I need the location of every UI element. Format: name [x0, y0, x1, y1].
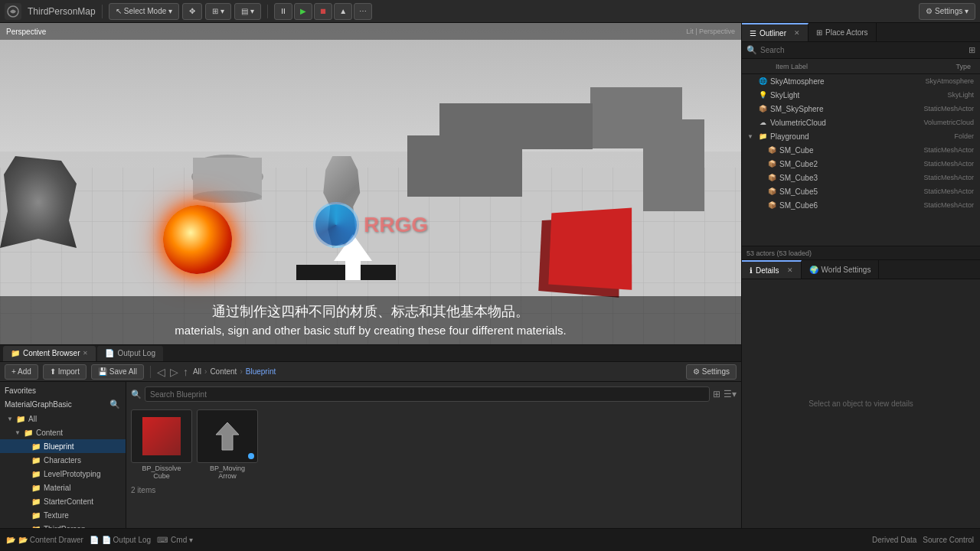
details-close[interactable]: ✕	[787, 266, 793, 274]
nav-up[interactable]: ↑	[183, 366, 188, 378]
cb-main: Favorites MaterialGraphBasic 🔍 ▼ 📁 All ▼…	[0, 382, 741, 528]
cb-settings-button[interactable]: ⚙ Settings	[686, 364, 737, 380]
folder-icon: 📁	[15, 413, 26, 424]
transform-button[interactable]: ✥	[182, 3, 202, 20]
item-icon: 📦	[766, 172, 777, 183]
content-drawer-btn[interactable]: 📂 📂 Content Drawer	[6, 536, 83, 544]
tree-label: Blueprint	[44, 442, 74, 451]
item-arrow: ▼	[747, 133, 755, 140]
cmd-btn[interactable]: ⌨ Cmd ▾	[157, 536, 193, 544]
details-panel: ℹ Details ✕ 🌍 World Settings Select an o…	[742, 260, 980, 528]
tree-label: StarterContent	[44, 497, 93, 506]
item-label: SkyLight	[770, 91, 945, 99]
pause-button[interactable]: ⏸	[274, 3, 292, 20]
outliner-item[interactable]: 📦 SM_Cube6 StaticMeshActor	[742, 198, 980, 212]
item-type: StaticMeshActor	[923, 146, 977, 154]
outliner-item[interactable]: ☁ VolumetricCloud VolumetricCloud	[742, 116, 980, 129]
play-button[interactable]: ▶	[294, 3, 312, 20]
nav-fwd[interactable]: ▷	[170, 366, 178, 378]
eject-button[interactable]: ▲	[334, 3, 352, 20]
viewport-perspective-label: Perspective	[6, 28, 46, 36]
outliner-item[interactable]: 📦 SM_Cube StaticMeshActor	[742, 143, 980, 157]
toolbar-sep	[150, 366, 151, 378]
details-tab[interactable]: ℹ Details ✕	[742, 260, 802, 279]
stop-button[interactable]: ⏹	[314, 3, 332, 20]
add-button[interactable]: + Add	[5, 364, 38, 380]
outliner-item[interactable]: 🌐 SkyAtmosphere SkyAtmosphere	[742, 74, 980, 88]
viewport-3d[interactable]: RRGG 通过制作这四种不同的材质、标志和其他基本物品。 materials, …	[0, 23, 741, 344]
tree-item[interactable]: 📁 ThirdPerson	[0, 522, 126, 528]
outliner-column-header: Item Label Type	[742, 59, 980, 74]
separator	[102, 5, 103, 18]
tree-item[interactable]: 📁 StarterContent	[0, 494, 126, 508]
snap-button[interactable]: ⊞ ▾	[205, 3, 231, 20]
tree-item[interactable]: 📁 Characters	[0, 453, 126, 467]
output-log-btn[interactable]: 📄 📄 Output Log	[90, 536, 151, 544]
source-control-btn[interactable]: Source Control	[923, 536, 974, 544]
cursor-icon: ↖	[116, 7, 122, 15]
sort-icon[interactable]: ☰▾	[724, 389, 737, 399]
tree-item[interactable]: 📁 Material	[0, 481, 126, 494]
content-item-dissolve-cube[interactable]: BP_DissolveCube	[131, 409, 192, 480]
outliner-filter-icon[interactable]: ⊞	[969, 45, 975, 55]
outliner-search-input[interactable]	[760, 46, 969, 54]
fire-ball	[163, 205, 232, 274]
outliner-tab[interactable]: ☰ Outliner ✕	[742, 23, 808, 41]
content-item-moving-arrow[interactable]: BP_MovingArrow	[197, 409, 258, 480]
save-all-button[interactable]: 💾 Save All	[91, 364, 144, 380]
viewport: RRGG 通过制作这四种不同的材质、标志和其他基本物品。 materials, …	[0, 23, 741, 528]
tree-item[interactable]: ▼ 📁 Content	[0, 425, 126, 439]
mode-button[interactable]: ▤ ▾	[234, 3, 261, 20]
tree-item[interactable]: 📁 Texture	[0, 508, 126, 522]
output-log-tab[interactable]: 📄 Output Log	[97, 346, 162, 361]
viewport-info: Lit | Perspective	[686, 28, 735, 35]
chevron-down-icon: ▾	[168, 7, 172, 15]
outliner-item[interactable]: ▼ 📁 Playground Folder	[742, 129, 980, 143]
outliner-item[interactable]: 📦 SM_Cube3 StaticMeshActor	[742, 171, 980, 184]
search-icon: 🔍	[746, 45, 757, 55]
nav-back[interactable]: ◁	[157, 366, 165, 378]
bc-all[interactable]: All	[193, 367, 201, 376]
settings-button[interactable]: ⚙ Settings ▾	[919, 3, 975, 20]
watermark: RRGG	[313, 202, 428, 248]
details-tabs: ℹ Details ✕ 🌍 World Settings	[742, 260, 980, 279]
tree-search-icon[interactable]: 🔍	[109, 398, 121, 410]
world-settings-tab[interactable]: 🌍 World Settings	[802, 260, 880, 279]
tree-item[interactable]: 📁 Blueprint	[0, 439, 126, 453]
tree-panel: Favorites MaterialGraphBasic 🔍 ▼ 📁 All ▼…	[0, 382, 126, 528]
col-type: Type	[956, 63, 977, 70]
outliner-item[interactable]: 📦 SM_SkySphere StaticMeshActor	[742, 102, 980, 116]
item-label: SM_SkySphere	[770, 105, 921, 113]
tree-item[interactable]: 📁 LevelPrototyping	[0, 467, 126, 481]
outliner: ☰ Outliner ✕ ⊞ Place Actors 🔍 ⊞ Item Lab…	[742, 23, 980, 260]
outliner-close[interactable]: ✕	[794, 29, 800, 37]
filter-icon[interactable]: ⊞	[713, 389, 720, 399]
import-button[interactable]: ⬆ Import	[43, 364, 87, 380]
tree-nodes: ▼ 📁 All ▼ 📁 Content 📁 Blueprint 📁 Charac…	[0, 412, 126, 528]
extra-button[interactable]: ⋯	[354, 3, 372, 20]
app-logo	[5, 3, 21, 20]
content-browser-tab-close[interactable]: ✕	[83, 350, 88, 357]
item-type: Folder	[954, 132, 977, 140]
content-browser-tab[interactable]: 📁 Content Browser ✕	[3, 346, 96, 361]
outliner-icon: ☰	[750, 29, 756, 37]
blueprint-indicator	[248, 453, 254, 459]
item-icon: 📦	[766, 200, 777, 210]
bc-content[interactable]: Content	[210, 367, 237, 376]
status-bar: 📂 📂 Content Drawer 📄 📄 Output Log ⌨ Cmd …	[0, 528, 980, 551]
outliner-item[interactable]: 📦 SM_Cube5 StaticMeshActor	[742, 184, 980, 198]
outliner-item[interactable]: 📦 SM_Cube2 StaticMeshActor	[742, 157, 980, 171]
material-graph-label[interactable]: MaterialGraphBasic	[5, 400, 72, 409]
item-type: StaticMeshActor	[923, 201, 977, 209]
col-label: Item Label	[776, 63, 808, 70]
derived-data-btn[interactable]: Derived Data	[872, 536, 916, 544]
search-input[interactable]	[145, 386, 710, 402]
content-browser-tab-icon: 📁	[11, 349, 20, 357]
select-mode-button[interactable]: ↖ Select Mode ▾	[109, 3, 180, 20]
place-actors-tab[interactable]: ⊞ Place Actors	[808, 23, 877, 41]
outliner-item[interactable]: 💡 SkyLight SkyLight	[742, 88, 980, 102]
tree-item[interactable]: ▼ 📁 All	[0, 412, 126, 425]
item-count: 2 items	[131, 483, 737, 497]
subtitle-en: materials, sign and other basic stuff by…	[15, 324, 726, 337]
favorites-label[interactable]: Favorites	[5, 386, 36, 395]
